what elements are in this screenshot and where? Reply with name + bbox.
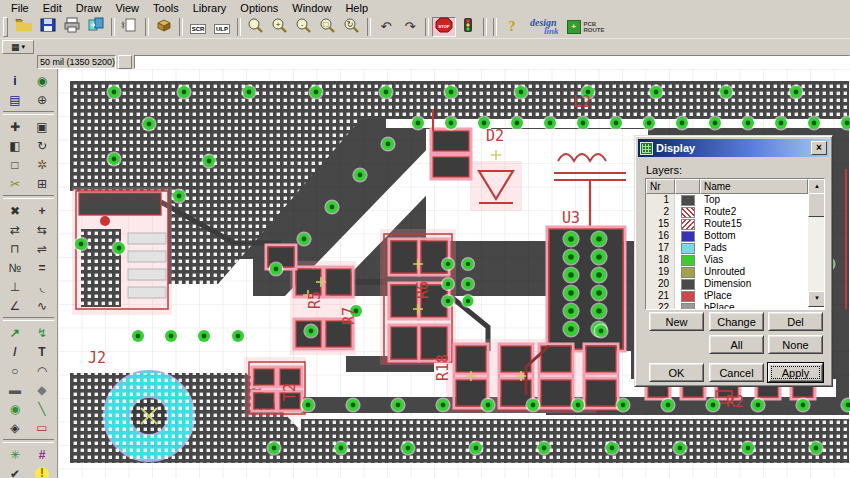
grid-settings-button[interactable]: ▦ ▾ bbox=[2, 40, 34, 54]
show-tool[interactable]: ◉ bbox=[29, 71, 54, 90]
layer-row-top[interactable]: 1Top bbox=[646, 194, 824, 206]
display-tool[interactable]: ▤ bbox=[2, 90, 27, 109]
hole-tool[interactable]: ◈ bbox=[2, 418, 27, 437]
layer-row-bottom[interactable]: 16Bottom bbox=[646, 230, 824, 242]
copy-tool[interactable]: ▣ bbox=[29, 117, 54, 136]
layer-row-route2[interactable]: 2Route2 bbox=[646, 206, 824, 218]
menu-window[interactable]: Window bbox=[285, 1, 338, 15]
zoom-fit-button[interactable] bbox=[244, 17, 268, 37]
replace-tool[interactable]: ⇌ bbox=[29, 239, 54, 258]
rect-tool[interactable]: ▬ bbox=[2, 380, 27, 399]
value-tool[interactable]: = bbox=[29, 258, 54, 277]
toolbar-grip[interactable] bbox=[3, 17, 8, 37]
mark-tool[interactable]: ⊕ bbox=[29, 90, 54, 109]
mirror-tool[interactable]: ◧ bbox=[2, 136, 27, 155]
split-icon: ∠ bbox=[10, 300, 21, 312]
smash-tool[interactable]: ⊥ bbox=[2, 277, 27, 296]
ratsnest-tool[interactable]: ✳ bbox=[2, 445, 27, 464]
rotate-tool[interactable]: ↻ bbox=[29, 136, 54, 155]
column-header-name[interactable]: Name bbox=[700, 179, 808, 194]
pinswap-tool[interactable]: ⇄ bbox=[2, 220, 27, 239]
wire-tool[interactable]: / bbox=[2, 342, 27, 361]
save-button[interactable] bbox=[36, 17, 60, 37]
redo-button[interactable]: ↷ bbox=[398, 17, 422, 37]
cancel-button[interactable]: Cancel bbox=[709, 363, 764, 382]
new-button[interactable]: New bbox=[649, 312, 704, 331]
circle-tool[interactable]: ○ bbox=[2, 361, 27, 380]
paste-tool[interactable]: ⊞ bbox=[29, 174, 54, 193]
column-header-swatch[interactable] bbox=[675, 179, 700, 194]
attribute-tool[interactable]: ▭ bbox=[29, 418, 54, 437]
menu-options[interactable]: Options bbox=[233, 1, 285, 15]
zoom-redraw-button[interactable]: ↻ bbox=[340, 17, 364, 37]
column-header-nr[interactable]: Nr bbox=[646, 179, 675, 194]
load-file-button[interactable] bbox=[118, 17, 142, 37]
zoom-select-button[interactable]: □ bbox=[316, 17, 340, 37]
zoom-in-button[interactable]: + bbox=[268, 17, 292, 37]
zoom-out-button[interactable]: - bbox=[292, 17, 316, 37]
menu-tools[interactable]: Tools bbox=[146, 1, 186, 15]
menu-view[interactable]: View bbox=[108, 1, 146, 15]
layers-scrollbar[interactable]: ▲ ▼ bbox=[808, 179, 824, 307]
all-button[interactable]: All bbox=[709, 335, 764, 354]
add-tool[interactable]: + bbox=[29, 201, 54, 220]
auto-tool[interactable]: # bbox=[29, 445, 54, 464]
undo-button[interactable]: ↶ bbox=[374, 17, 398, 37]
ok-button[interactable]: OK bbox=[649, 363, 704, 382]
go-button[interactable] bbox=[456, 17, 480, 37]
change-button[interactable]: Change bbox=[709, 312, 764, 331]
design-link-logo[interactable]: designlink bbox=[530, 19, 559, 35]
text-tool[interactable]: T bbox=[29, 342, 54, 361]
erc-tool[interactable]: ✔ bbox=[2, 464, 27, 478]
menu-edit[interactable]: Edit bbox=[36, 1, 69, 15]
layer-row-vias[interactable]: 18Vias bbox=[646, 254, 824, 266]
move-tool[interactable]: ✚ bbox=[2, 117, 27, 136]
change-tool[interactable]: ✲ bbox=[29, 155, 54, 174]
route-tool[interactable]: ↗ bbox=[2, 323, 27, 342]
via-tool[interactable]: ◉ bbox=[2, 399, 27, 418]
none-button[interactable]: None bbox=[768, 335, 823, 354]
layer-row-unrouted[interactable]: 19Unrouted bbox=[646, 266, 824, 278]
dialog-titlebar[interactable]: Display × bbox=[638, 139, 829, 157]
menu-file[interactable]: File bbox=[4, 1, 36, 15]
optimize-tool[interactable]: ∿ bbox=[29, 296, 54, 315]
run-ulp-button[interactable]: ULP bbox=[210, 17, 234, 37]
gateswap-tool[interactable]: ⇆ bbox=[29, 220, 54, 239]
pcb-route-logo[interactable]: +PCBROUTE bbox=[567, 20, 605, 34]
arc-tool[interactable]: ◠ bbox=[29, 361, 54, 380]
layer-row-dimension[interactable]: 20Dimension bbox=[646, 278, 824, 290]
polygon-tool[interactable]: ◆ bbox=[29, 380, 54, 399]
info-tool[interactable]: i bbox=[2, 71, 27, 90]
errors-tool[interactable]: ! bbox=[29, 464, 54, 478]
help-button[interactable]: ? bbox=[500, 17, 524, 37]
command-input[interactable] bbox=[134, 55, 850, 69]
cut-tool[interactable]: ✂ bbox=[2, 174, 27, 193]
layer-row-tplace[interactable]: 21tPlace bbox=[646, 290, 824, 302]
miter-tool[interactable]: ◟ bbox=[29, 277, 54, 296]
scroll-thumb[interactable] bbox=[808, 193, 825, 217]
ripup-tool[interactable]: ↯ bbox=[29, 323, 54, 342]
del-button[interactable]: Del bbox=[768, 312, 823, 331]
name-tool[interactable]: № bbox=[2, 258, 27, 277]
layer-row-route15[interactable]: 15Route15 bbox=[646, 218, 824, 230]
delete-tool[interactable]: ✖ bbox=[2, 201, 27, 220]
layer-row-bplace[interactable]: 22bPlace bbox=[646, 302, 824, 310]
scroll-down-button[interactable]: ▼ bbox=[808, 291, 825, 307]
stop-button[interactable]: STOP bbox=[432, 17, 456, 37]
close-icon[interactable]: × bbox=[811, 141, 827, 155]
coordinate-menu-button[interactable] bbox=[118, 55, 132, 69]
open-button[interactable] bbox=[12, 17, 36, 37]
menu-library[interactable]: Library bbox=[186, 1, 234, 15]
split-tool[interactable]: ∠ bbox=[2, 296, 27, 315]
cam-processor-button[interactable] bbox=[84, 17, 108, 37]
print-button[interactable] bbox=[60, 17, 84, 37]
apply-button[interactable]: Apply bbox=[768, 363, 823, 382]
signal-tool[interactable]: ╲ bbox=[29, 399, 54, 418]
layer-row-pads[interactable]: 17Pads bbox=[646, 242, 824, 254]
group-tool[interactable]: □ bbox=[2, 155, 27, 174]
menu-help[interactable]: Help bbox=[338, 1, 375, 15]
library-button[interactable] bbox=[152, 17, 176, 37]
lock-tool[interactable]: ⊓ bbox=[2, 239, 27, 258]
run-script-button[interactable]: SCR bbox=[186, 17, 210, 37]
menu-draw[interactable]: Draw bbox=[69, 1, 109, 15]
